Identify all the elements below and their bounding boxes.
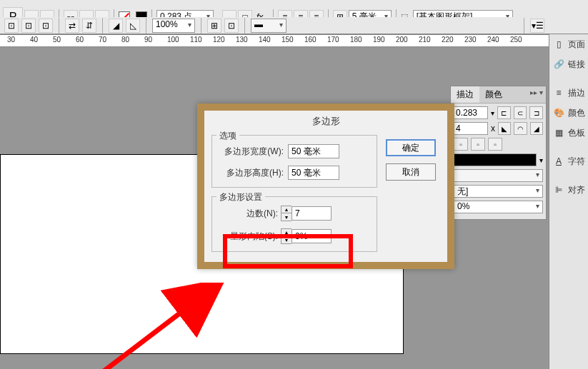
rp-label: 色板 <box>568 127 585 139</box>
corner-icon[interactable]: ◢ <box>109 19 123 33</box>
ruler-tick-label: 120 <box>213 36 225 44</box>
align-stroke-1-icon[interactable]: ▫ <box>454 138 468 151</box>
ruler-tick-label: 110 <box>190 36 202 44</box>
ruler-tick-label: 150 <box>281 36 294 44</box>
cap-proj-icon[interactable]: ⊐ <box>529 106 543 119</box>
ruler-tick-label: 180 <box>350 36 362 44</box>
tab-color[interactable]: 颜色 <box>479 86 508 103</box>
rp-label: 对齐 <box>568 184 585 196</box>
inset-label: 星形内陷(S): <box>219 231 281 243</box>
ruler-tick-label: 40 <box>30 36 38 44</box>
group-label: 选项 <box>216 130 239 142</box>
object-3-icon[interactable]: ⊡ <box>39 19 53 33</box>
swatches-icon: ▦ <box>552 126 565 139</box>
ruler-tick-label: 80 <box>121 36 129 44</box>
ruler-tick-label: 240 <box>487 36 499 44</box>
ruler-tick-label: 230 <box>464 36 477 44</box>
ruler-tick-label: 200 <box>396 36 408 44</box>
flip-h-icon[interactable]: ⇄ <box>65 19 79 33</box>
dialog-title: 多边形 <box>204 111 447 135</box>
start-dropdown[interactable]: 无] <box>454 185 543 198</box>
join-round-icon[interactable]: ◠ <box>514 122 527 135</box>
rp-pages[interactable]: ▯ 页面 <box>549 34 588 54</box>
link-icon: 🔗 <box>552 58 565 71</box>
star-inset-input[interactable] <box>291 229 332 243</box>
toolbar-second-row: ⊡ ⊡ ⊡ ⇄ ⇵ ◢ ◺ 100% ⊞ ⊡ ▬ ▾☰ <box>0 17 549 34</box>
polygon-settings-group: 多边形设置 边数(N): ▲ ▼ 星形内陷(S): ▲ ▼ <box>211 196 377 252</box>
pages-icon: ▯ <box>552 38 565 51</box>
object-1-icon[interactable]: ⊡ <box>4 19 19 33</box>
rp-label: 描边 <box>568 87 585 99</box>
rp-align[interactable]: ⊫ 对齐 <box>549 180 588 200</box>
end-style-dropdown[interactable] <box>454 169 543 182</box>
ruler-tick-label: 60 <box>76 36 84 44</box>
dropdown-arrow-icon[interactable]: ▾ <box>491 109 494 117</box>
horizontal-ruler: (function(){ // placeholder - populated … <box>0 34 549 47</box>
width-label: 多边形宽度(W): <box>219 146 288 158</box>
align-stroke-3-icon[interactable]: ▫ <box>488 138 502 151</box>
rp-swatches[interactable]: ▦ 色板 <box>549 123 588 143</box>
ruler-tick-label: 70 <box>99 36 106 44</box>
ruler-tick-label: 220 <box>442 36 454 44</box>
sides-label: 边数(N): <box>219 208 281 220</box>
cap-butt-icon[interactable]: ⊏ <box>497 106 511 119</box>
tab-stroke[interactable]: 描边 <box>451 86 479 103</box>
line-style-dropdown[interactable]: ▬ <box>251 19 286 33</box>
rp-label: 链接 <box>568 59 585 71</box>
ruler-tick-label: 130 <box>236 36 248 44</box>
stroke-panel: 描边 颜色 ▸▸ ▾ ▾ ⊏ ⊂ ⊐ x ◣ ◠ ◢ ▫ ▫ ▫ ▾ <box>450 86 547 220</box>
polygon-dialog: 多边形 选项 多边形宽度(W): 多边形高度(H): 多边形设置 边数(N): <box>197 103 454 269</box>
stroke-width-input[interactable] <box>454 106 488 119</box>
ruler-tick-label: 100 <box>167 36 179 44</box>
color-icon: 🎨 <box>552 106 565 119</box>
panel-collapse-icon[interactable]: ▸▸ ▾ <box>530 89 543 96</box>
ruler-tick-label: 160 <box>304 36 317 44</box>
x-label: x <box>491 123 495 133</box>
ruler-tick-label: 30 <box>7 36 15 44</box>
ruler-tick-label: 210 <box>419 36 431 44</box>
stroke-icon: ≡ <box>552 86 565 99</box>
stroke-color-swatch[interactable] <box>454 153 537 166</box>
rp-label: 页面 <box>568 39 585 51</box>
group-label: 多边形设置 <box>216 191 265 203</box>
char-icon: A <box>552 155 565 168</box>
cancel-button[interactable]: 取消 <box>386 163 436 181</box>
inset-down-button[interactable]: ▼ <box>281 236 291 243</box>
join-bevel-icon[interactable]: ◢ <box>530 122 543 135</box>
sides-down-button[interactable]: ▼ <box>281 213 291 221</box>
fit-2-icon[interactable]: ⊡ <box>224 19 239 33</box>
ruler-tick-label: 170 <box>327 36 339 44</box>
sides-input[interactable] <box>291 206 332 221</box>
rp-color[interactable]: 🎨 颜色 <box>549 103 588 123</box>
menu-icon[interactable]: ▾☰ <box>530 19 544 33</box>
dropdown-arrow-icon[interactable]: ▾ <box>539 156 543 164</box>
polygon-width-input[interactable] <box>288 144 339 158</box>
rp-stroke[interactable]: ≡ 描边 <box>549 83 588 103</box>
join-miter-icon[interactable]: ◣ <box>498 122 511 135</box>
gap-dropdown[interactable]: 0% <box>454 201 543 213</box>
fit-1-icon[interactable]: ⊞ <box>207 19 221 33</box>
height-label: 多边形高度(H): <box>219 167 288 179</box>
zoom-dropdown[interactable]: 100% <box>152 19 195 33</box>
inset-up-button[interactable]: ▲ <box>281 229 291 236</box>
cap-round-icon[interactable]: ⊂ <box>514 106 527 119</box>
ok-button[interactable]: 确定 <box>386 139 436 156</box>
rp-label: 字符 <box>568 156 585 168</box>
rp-character[interactable]: A 字符 <box>549 151 588 171</box>
options-group: 选项 多边形宽度(W): 多边形高度(H): <box>211 135 377 188</box>
align-stroke-2-icon[interactable]: ▫ <box>471 138 485 151</box>
right-dock: ▯ 页面 🔗 链接 ≡ 描边 🎨 颜色 ▦ 色板 A 字符 ⊫ 对齐 <box>549 34 588 369</box>
rp-label: 颜色 <box>568 107 585 119</box>
angle-icon[interactable]: ◺ <box>126 19 140 33</box>
rp-links[interactable]: 🔗 链接 <box>549 54 588 74</box>
polygon-height-input[interactable] <box>288 166 339 180</box>
align-icon: ⊫ <box>552 183 565 196</box>
ruler-tick-label: 250 <box>510 36 522 44</box>
sides-up-button[interactable]: ▲ <box>281 206 291 213</box>
miter-input[interactable] <box>454 122 488 135</box>
ruler-tick-label: 90 <box>144 36 152 44</box>
ruler-tick-label: 50 <box>53 36 61 44</box>
object-2-icon[interactable]: ⊡ <box>21 19 36 33</box>
flip-v-icon[interactable]: ⇵ <box>82 19 96 33</box>
ruler-tick-label: 140 <box>259 36 271 44</box>
